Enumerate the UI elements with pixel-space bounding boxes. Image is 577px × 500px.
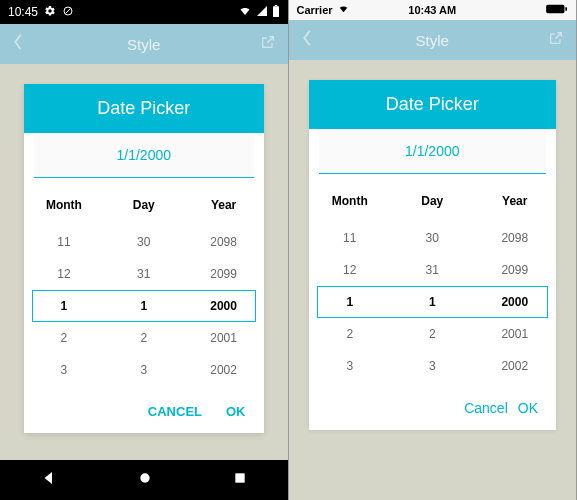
app-header: Style	[289, 20, 577, 60]
actions-row: Cancel OK	[309, 386, 557, 430]
android-nav-bar	[0, 460, 288, 500]
picker-cell[interactable]: 2	[24, 322, 104, 354]
picker-row[interactable]: 332002	[309, 350, 557, 382]
picker-cell[interactable]: 12	[309, 254, 392, 286]
content-area: Date Picker 1/1/2000 MonthDayYear1130209…	[0, 64, 288, 460]
selected-date: 1/1/2000	[319, 129, 547, 174]
external-link-icon[interactable]	[260, 34, 276, 54]
svg-point-4	[140, 473, 149, 482]
back-icon[interactable]	[301, 29, 313, 51]
picker-row[interactable]: 12312099	[309, 254, 557, 286]
app-header: Style	[0, 24, 288, 64]
picker-cell[interactable]: 2001	[184, 322, 264, 354]
svg-line-1	[66, 8, 71, 13]
picker-cell[interactable]: 1	[24, 290, 104, 322]
signal-icon	[256, 5, 268, 20]
picker-cell[interactable]: 2	[309, 318, 392, 350]
wifi-icon	[337, 4, 350, 16]
picker-column-header: Day	[391, 182, 474, 222]
picker-cell[interactable]: 2	[104, 322, 184, 354]
picker-row[interactable]: 332002	[24, 354, 264, 386]
picker-table[interactable]: MonthDayYear1130209812312099112000222001…	[309, 182, 557, 386]
picker-header-row: MonthDayYear	[24, 186, 264, 226]
circle-icon	[62, 5, 74, 20]
selected-date: 1/1/2000	[34, 133, 254, 178]
external-link-icon[interactable]	[548, 30, 564, 50]
battery-icon	[272, 5, 280, 20]
picker-cell[interactable]: 3	[24, 354, 104, 386]
svg-rect-2	[273, 6, 279, 17]
picker-cell[interactable]: 2098	[474, 222, 557, 254]
picker-column-header: Month	[309, 182, 392, 222]
picker-column-header: Month	[24, 186, 104, 226]
carrier-label: Carrier	[297, 4, 333, 16]
picker-cell[interactable]: 1	[391, 286, 474, 318]
picker-cell[interactable]: 11	[24, 226, 104, 258]
picker-cell[interactable]: 30	[104, 226, 184, 258]
picker-cell[interactable]: 31	[104, 258, 184, 290]
ok-button[interactable]: OK	[226, 404, 246, 419]
picker-cell[interactable]: 3	[104, 354, 184, 386]
svg-rect-7	[565, 7, 567, 10]
ok-button[interactable]: OK	[518, 400, 538, 416]
card-title: Date Picker	[24, 84, 264, 133]
picker-cell[interactable]: 2098	[184, 226, 264, 258]
picker-table[interactable]: MonthDayYear1130209812312099112000222001…	[24, 186, 264, 390]
svg-rect-5	[235, 473, 244, 482]
nav-home-icon[interactable]	[137, 470, 153, 490]
picker-row[interactable]: 112000	[24, 290, 264, 322]
picker-cell[interactable]: 2002	[474, 350, 557, 382]
datepicker-card: Date Picker 1/1/2000 MonthDayYear1130209…	[309, 80, 557, 430]
header-title: Style	[416, 32, 449, 49]
status-time: 10:43 AM	[408, 4, 456, 16]
picker-cell[interactable]: 11	[309, 222, 392, 254]
picker-cell[interactable]: 1	[309, 286, 392, 318]
ios-status-bar: Carrier 10:43 AM	[289, 0, 577, 20]
picker-row[interactable]: 112000	[309, 286, 557, 318]
android-status-bar: 10:45	[0, 0, 288, 24]
picker-cell[interactable]: 2099	[184, 258, 264, 290]
android-device: 10:45 Style Date Picker 1/1/2000 MonthDa…	[0, 0, 289, 500]
card-title: Date Picker	[309, 80, 557, 129]
gear-icon	[44, 5, 56, 20]
picker-cell[interactable]: 2099	[474, 254, 557, 286]
header-title: Style	[127, 36, 160, 53]
picker-row[interactable]: 222001	[24, 322, 264, 354]
cancel-button[interactable]: CANCEL	[148, 404, 202, 419]
picker-cell[interactable]: 3	[391, 350, 474, 382]
picker-cell[interactable]: 12	[24, 258, 104, 290]
picker-cell[interactable]: 2000	[474, 286, 557, 318]
picker-row[interactable]: 11302098	[309, 222, 557, 254]
wifi-icon	[238, 5, 252, 20]
content-area: Date Picker 1/1/2000 MonthDayYear1130209…	[289, 60, 577, 500]
picker-cell[interactable]: 31	[391, 254, 474, 286]
nav-back-icon[interactable]	[40, 469, 58, 491]
picker-row[interactable]: 12312099	[24, 258, 264, 290]
picker-row[interactable]: 222001	[309, 318, 557, 350]
picker-cell[interactable]: 2001	[474, 318, 557, 350]
picker-row[interactable]: 11302098	[24, 226, 264, 258]
actions-row: CANCEL OK	[24, 390, 264, 433]
picker-header-row: MonthDayYear	[309, 182, 557, 222]
picker-cell[interactable]: 2000	[184, 290, 264, 322]
picker-column-header: Day	[104, 186, 184, 226]
picker-cell[interactable]: 30	[391, 222, 474, 254]
datepicker-card: Date Picker 1/1/2000 MonthDayYear1130209…	[24, 84, 264, 433]
nav-recent-icon[interactable]	[232, 470, 248, 490]
picker-column-header: Year	[184, 186, 264, 226]
cancel-button[interactable]: Cancel	[464, 400, 508, 416]
svg-rect-3	[274, 5, 276, 6]
status-time: 10:45	[8, 5, 38, 19]
svg-rect-6	[546, 5, 564, 13]
back-icon[interactable]	[12, 33, 24, 55]
ios-device: Carrier 10:43 AM Style Date Picker 1/1/2…	[289, 0, 578, 500]
picker-cell[interactable]: 1	[104, 290, 184, 322]
picker-column-header: Year	[474, 182, 557, 222]
picker-cell[interactable]: 2	[391, 318, 474, 350]
picker-cell[interactable]: 3	[309, 350, 392, 382]
battery-icon	[546, 4, 568, 16]
picker-cell[interactable]: 2002	[184, 354, 264, 386]
